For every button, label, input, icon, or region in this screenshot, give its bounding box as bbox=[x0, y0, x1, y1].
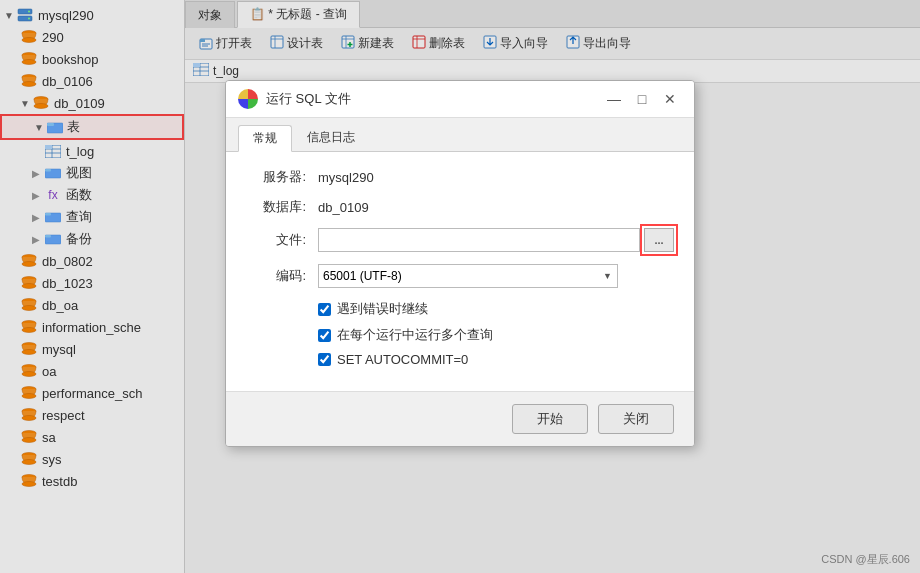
database-label: 数据库: bbox=[246, 198, 306, 216]
dialog-tabs: 常规 信息日志 bbox=[226, 118, 694, 152]
encoding-select-wrapper: 65001 (UTF-8) bbox=[318, 264, 618, 288]
dialog-titlebar: 运行 SQL 文件 — □ ✕ bbox=[226, 81, 694, 118]
continue-on-error-checkbox[interactable] bbox=[318, 303, 331, 316]
form-row-server: 服务器: mysql290 bbox=[246, 168, 674, 186]
multiple-queries-label: 在每个运行中运行多个查询 bbox=[337, 326, 493, 344]
form-row-encoding: 编码: 65001 (UTF-8) bbox=[246, 264, 674, 288]
continue-on-error-label: 遇到错误时继续 bbox=[337, 300, 428, 318]
app-window: ▼ mysql290 290 bookshop bbox=[0, 0, 920, 573]
checkbox-row-continue-on-error: 遇到错误时继续 bbox=[246, 300, 674, 318]
encoding-label: 编码: bbox=[246, 267, 306, 285]
dialog-body: 服务器: mysql290 数据库: db_0109 文件: ... bbox=[226, 152, 694, 391]
dialog-maximize-button[interactable]: □ bbox=[630, 89, 654, 109]
file-input-row: ... bbox=[318, 228, 674, 252]
close-dialog-button[interactable]: 关闭 bbox=[598, 404, 674, 434]
server-label: 服务器: bbox=[246, 168, 306, 186]
server-value: mysql290 bbox=[318, 170, 374, 185]
file-input[interactable] bbox=[318, 228, 640, 252]
dialog-controls: — □ ✕ bbox=[602, 89, 682, 109]
dialog-title-text: 运行 SQL 文件 bbox=[266, 90, 594, 108]
dialog-footer: 开始 关闭 bbox=[226, 391, 694, 446]
close-dialog-label: 关闭 bbox=[623, 411, 649, 426]
form-row-database: 数据库: db_0109 bbox=[246, 198, 674, 216]
file-label: 文件: bbox=[246, 231, 306, 249]
dialog-overlay: 运行 SQL 文件 — □ ✕ 常规 信息日志 bbox=[0, 0, 920, 573]
dialog-minimize-button[interactable]: — bbox=[602, 89, 626, 109]
autocommit-checkbox[interactable] bbox=[318, 353, 331, 366]
dialog-tab-general[interactable]: 常规 bbox=[238, 125, 292, 152]
browse-file-button[interactable]: ... bbox=[644, 228, 674, 252]
encoding-select[interactable]: 65001 (UTF-8) bbox=[318, 264, 618, 288]
dialog-tab-general-label: 常规 bbox=[253, 131, 277, 145]
start-button-label: 开始 bbox=[537, 411, 563, 426]
dialog-close-button[interactable]: ✕ bbox=[658, 89, 682, 109]
start-button[interactable]: 开始 bbox=[512, 404, 588, 434]
dialog-tab-log[interactable]: 信息日志 bbox=[292, 124, 370, 151]
dialog-tab-log-label: 信息日志 bbox=[307, 130, 355, 144]
checkbox-row-multiple-queries: 在每个运行中运行多个查询 bbox=[246, 326, 674, 344]
database-value: db_0109 bbox=[318, 200, 369, 215]
browse-icon: ... bbox=[654, 234, 663, 246]
autocommit-label: SET AUTOCOMMIT=0 bbox=[337, 352, 468, 367]
multiple-queries-checkbox[interactable] bbox=[318, 329, 331, 342]
run-sql-dialog: 运行 SQL 文件 — □ ✕ 常规 信息日志 bbox=[225, 80, 695, 447]
checkbox-row-autocommit: SET AUTOCOMMIT=0 bbox=[246, 352, 674, 367]
dialog-title-icon bbox=[238, 89, 258, 109]
form-row-file: 文件: ... bbox=[246, 228, 674, 252]
